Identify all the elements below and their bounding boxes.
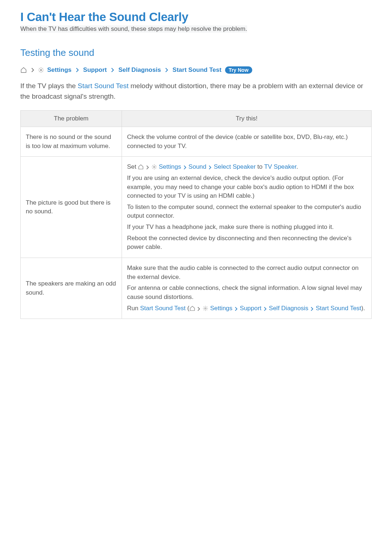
gear-icon <box>203 305 208 311</box>
path-segment[interactable]: Settings <box>210 305 232 312</box>
path-segment[interactable]: Start Sound Test <box>316 305 361 312</box>
start-sound-test-link[interactable]: Start Sound Test <box>140 305 185 312</box>
solution-paragraph: Make sure that the audio cable is connec… <box>127 264 366 282</box>
nav-self-diagnosis[interactable]: Self Diagnosis <box>118 66 161 74</box>
path-segment[interactable]: Settings <box>159 163 181 170</box>
path-segment[interactable]: Support <box>240 305 262 312</box>
troubleshooting-table: The problem Try this! There is no sound … <box>20 110 372 319</box>
path-segment[interactable]: Self Diagnosis <box>269 305 309 312</box>
home-icon <box>189 305 195 311</box>
table-header-trythis: Try this! <box>122 111 372 127</box>
problem-cell: The picture is good but there is no soun… <box>21 157 122 258</box>
problem-cell: The speakers are making an odd sound. <box>21 258 122 319</box>
gear-icon <box>38 67 44 73</box>
intro-paragraph: If the TV plays the Start Sound Test mel… <box>20 81 372 102</box>
home-icon <box>138 164 144 170</box>
start-sound-test-link[interactable]: Start Sound Test <box>78 82 128 90</box>
chevron-right-icon <box>263 307 267 311</box>
navigation-path: Settings Support Self Diagnosis Start So… <box>20 66 372 74</box>
chevron-right-icon <box>164 67 169 73</box>
page-subtitle: When the TV has difficulties with sound,… <box>20 25 247 33</box>
section-title: Testing the sound <box>20 47 372 58</box>
solution-paragraph: To listen to the computer sound, connect… <box>127 203 366 221</box>
solution-cell: Set Settings Sound Select Speaker to TV … <box>122 157 372 258</box>
path-target[interactable]: TV Speaker <box>264 163 297 170</box>
nav-start-sound-test[interactable]: Start Sound Test <box>172 66 221 74</box>
table-row: The speakers are making an odd sound.Mak… <box>21 258 372 319</box>
path-segment[interactable]: Select Speaker <box>214 163 256 170</box>
nav-settings[interactable]: Settings <box>47 66 72 74</box>
chevron-right-icon <box>75 67 79 73</box>
chevron-right-icon <box>197 307 201 311</box>
solution-paragraph: Check the volume control of the device (… <box>127 133 366 151</box>
table-row: There is no sound or the sound is too lo… <box>21 127 372 157</box>
gear-icon <box>151 164 157 170</box>
nav-support[interactable]: Support <box>83 66 107 74</box>
solution-paragraph: Run Start Sound Test ( Settings Support … <box>127 304 366 313</box>
svg-point-2 <box>205 308 206 309</box>
chevron-right-icon <box>234 307 238 311</box>
chevron-right-icon <box>110 67 115 73</box>
path-segment[interactable]: Sound <box>188 163 206 170</box>
table-header-problem: The problem <box>21 111 122 127</box>
chevron-right-icon <box>146 165 150 170</box>
problem-cell: There is no sound or the sound is too lo… <box>21 127 122 157</box>
solution-paragraph: Reboot the connected device by disconnec… <box>127 234 366 252</box>
solution-paragraph: For antenna or cable connections, check … <box>127 284 366 301</box>
table-row: The picture is good but there is no soun… <box>21 157 372 258</box>
chevron-right-icon <box>208 165 212 170</box>
solution-cell: Check the volume control of the device (… <box>122 127 372 157</box>
svg-point-1 <box>154 166 155 168</box>
solution-paragraph: Set Settings Sound Select Speaker to TV … <box>127 163 366 172</box>
solution-cell: Make sure that the audio cable is connec… <box>122 258 372 319</box>
solution-paragraph: If your TV has a headphone jack, make su… <box>127 223 366 232</box>
svg-point-0 <box>40 69 42 71</box>
chevron-right-icon <box>310 307 314 311</box>
chevron-right-icon <box>183 165 187 170</box>
chevron-right-icon <box>30 67 35 73</box>
solution-paragraph: If you are using an external device, che… <box>127 174 366 201</box>
page-title: I Can't Hear the Sound Clearly <box>20 10 372 24</box>
try-now-badge[interactable]: Try Now <box>225 66 252 74</box>
home-icon <box>20 67 27 73</box>
